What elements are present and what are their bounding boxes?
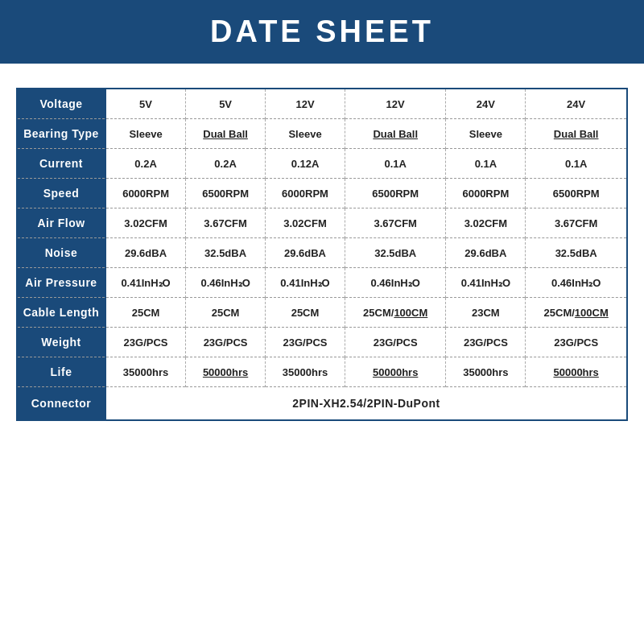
data-cell: 3.67CFM bbox=[345, 208, 445, 238]
data-cell: 12V bbox=[266, 89, 345, 119]
data-cell: 23G/PCS bbox=[526, 328, 627, 357]
row-label: Life bbox=[17, 357, 105, 387]
content-area: Voltage5V5V12V12V24V24VBearing TypeSleev… bbox=[0, 64, 644, 644]
data-cell: 32.5dBA bbox=[345, 238, 445, 268]
data-cell: 3.02CFM bbox=[105, 208, 186, 238]
table-row: Life35000hrs50000hrs35000hrs50000hrs3500… bbox=[17, 357, 627, 387]
page-wrapper: DATE SHEET Voltage5V5V12V12V24V24VBearin… bbox=[0, 0, 644, 644]
connector-row: Connector2PIN-XH2.54/2PIN-DuPont bbox=[17, 387, 627, 421]
data-cell: 0.1A bbox=[345, 149, 445, 179]
data-cell: 6000RPM bbox=[105, 179, 186, 208]
data-cell: 29.6dBA bbox=[446, 238, 526, 268]
data-cell: 32.5dBA bbox=[526, 238, 627, 268]
data-cell: 29.6dBA bbox=[105, 238, 186, 268]
data-cell: 0.2A bbox=[186, 149, 266, 179]
data-cell: 0.41InH₂O bbox=[446, 268, 526, 298]
data-cell: Sleeve bbox=[266, 119, 345, 149]
table-row: Speed6000RPM6500RPM6000RPM6500RPM6000RPM… bbox=[17, 179, 627, 208]
row-label: Speed bbox=[17, 179, 105, 208]
data-cell: 50000hrs bbox=[186, 357, 266, 387]
row-label: Bearing Type bbox=[17, 119, 105, 149]
table-row: Air Pressure0.41InH₂O0.46InH₂O0.41InH₂O0… bbox=[17, 268, 627, 298]
data-cell: 6500RPM bbox=[345, 179, 445, 208]
data-cell: Dual Ball bbox=[186, 119, 266, 149]
data-cell: 23G/PCS bbox=[186, 328, 266, 357]
table-row: Noise29.6dBA32.5dBA29.6dBA32.5dBA29.6dBA… bbox=[17, 238, 627, 268]
data-cell: 6500RPM bbox=[526, 179, 627, 208]
data-cell: 25CM bbox=[105, 298, 186, 328]
row-label: Air Pressure bbox=[17, 268, 105, 298]
table-row: Cable Length25CM25CM25CM25CM/100CM23CM25… bbox=[17, 298, 627, 328]
row-label: Voltage bbox=[17, 89, 105, 119]
data-cell: 0.41InH₂O bbox=[105, 268, 186, 298]
data-cell: 3.02CFM bbox=[266, 208, 345, 238]
data-cell: Sleeve bbox=[446, 119, 526, 149]
data-cell: 25CM bbox=[186, 298, 266, 328]
page-header: DATE SHEET bbox=[0, 0, 644, 64]
data-table: Voltage5V5V12V12V24V24VBearing TypeSleev… bbox=[16, 88, 628, 421]
data-cell: 23G/PCS bbox=[266, 328, 345, 357]
data-cell: 0.1A bbox=[446, 149, 526, 179]
data-cell: 12V bbox=[345, 89, 445, 119]
data-cell: 50000hrs bbox=[345, 357, 445, 387]
data-cell: 24V bbox=[446, 89, 526, 119]
data-cell: 25CM/100CM bbox=[345, 298, 445, 328]
connector-label: Connector bbox=[17, 387, 105, 421]
row-label: Cable Length bbox=[17, 298, 105, 328]
data-cell: 29.6dBA bbox=[266, 238, 345, 268]
data-cell: 6000RPM bbox=[266, 179, 345, 208]
row-label: Weight bbox=[17, 328, 105, 357]
table-row: Voltage5V5V12V12V24V24V bbox=[17, 89, 627, 119]
data-cell: 50000hrs bbox=[526, 357, 627, 387]
data-cell: 23G/PCS bbox=[105, 328, 186, 357]
connector-value: 2PIN-XH2.54/2PIN-DuPont bbox=[105, 387, 627, 421]
row-label: Current bbox=[17, 149, 105, 179]
data-cell: 0.1A bbox=[526, 149, 627, 179]
row-label: Air Flow bbox=[17, 208, 105, 238]
data-cell: 0.2A bbox=[105, 149, 186, 179]
data-cell: 3.67CFM bbox=[186, 208, 266, 238]
data-cell: 25CM bbox=[266, 298, 345, 328]
data-cell: 5V bbox=[105, 89, 186, 119]
data-cell: Sleeve bbox=[105, 119, 186, 149]
data-cell: Dual Ball bbox=[345, 119, 445, 149]
data-cell: 5V bbox=[186, 89, 266, 119]
data-cell: 35000hrs bbox=[446, 357, 526, 387]
table-row: Weight23G/PCS23G/PCS23G/PCS23G/PCS23G/PC… bbox=[17, 328, 627, 357]
data-cell: 6500RPM bbox=[186, 179, 266, 208]
data-cell: 0.46InH₂O bbox=[186, 268, 266, 298]
table-row: Current0.2A0.2A0.12A0.1A0.1A0.1A bbox=[17, 149, 627, 179]
data-cell: 25CM/100CM bbox=[526, 298, 627, 328]
data-cell: 6000RPM bbox=[446, 179, 526, 208]
data-cell: 24V bbox=[526, 89, 627, 119]
data-cell: 3.67CFM bbox=[526, 208, 627, 238]
table-row: Bearing TypeSleeveDual BallSleeveDual Ba… bbox=[17, 119, 627, 149]
data-cell: 0.46InH₂O bbox=[345, 268, 445, 298]
data-cell: 32.5dBA bbox=[186, 238, 266, 268]
table-row: Air Flow3.02CFM3.67CFM3.02CFM3.67CFM3.02… bbox=[17, 208, 627, 238]
data-cell: 0.46InH₂O bbox=[526, 268, 627, 298]
data-cell: 23G/PCS bbox=[446, 328, 526, 357]
data-cell: 35000hrs bbox=[105, 357, 186, 387]
data-cell: 23CM bbox=[446, 298, 526, 328]
data-cell: 0.12A bbox=[266, 149, 345, 179]
data-cell: 0.41InH₂O bbox=[266, 268, 345, 298]
data-cell: 35000hrs bbox=[266, 357, 345, 387]
data-cell: 23G/PCS bbox=[345, 328, 445, 357]
data-cell: 3.02CFM bbox=[446, 208, 526, 238]
row-label: Noise bbox=[17, 238, 105, 268]
page-title: DATE SHEET bbox=[210, 14, 434, 48]
data-cell: Dual Ball bbox=[526, 119, 627, 149]
